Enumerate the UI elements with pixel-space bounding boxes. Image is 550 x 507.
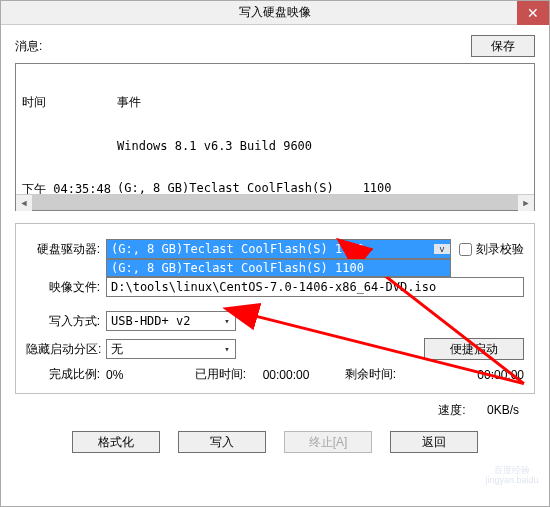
close-button[interactable]: ✕ <box>517 1 549 25</box>
messages-label: 消息: <box>15 38 471 55</box>
chevron-down-icon: ▾ <box>219 316 235 326</box>
log-row: 下午 04:35:48 (G:, 8 GB)Teclast CoolFlash(… <box>22 181 528 194</box>
elapsed-value: 00:00:00 <box>246 368 326 382</box>
write-mode-label: 写入方式: <box>26 313 106 330</box>
elapsed-label: 已用时间: <box>176 366 246 383</box>
done-label: 完成比例: <box>26 366 106 383</box>
back-button[interactable]: 返回 <box>390 431 478 453</box>
hide-boot-combo[interactable]: 无 ▾ <box>106 339 236 359</box>
drive-combo-list[interactable]: (G:, 8 GB)Teclast CoolFlash(S) 1100 <box>106 259 451 277</box>
speed-value: 0KB/s <box>469 403 519 417</box>
log-panel[interactable]: 时间 事件 Windows 8.1 v6.3 Build 9600 下午 04:… <box>15 63 535 211</box>
settings-group: 硬盘驱动器: (G:, 8 GB)Teclast CoolFlash(S) 11… <box>15 223 535 394</box>
chevron-down-icon: v <box>434 244 450 254</box>
log-row: Windows 8.1 v6.3 Build 9600 <box>22 139 528 153</box>
format-button[interactable]: 格式化 <box>72 431 160 453</box>
image-label: 映像文件: <box>26 279 106 296</box>
window-title: 写入硬盘映像 <box>239 4 311 21</box>
remain-label: 剩余时间: <box>326 366 396 383</box>
remain-value: 00:00:00 <box>396 368 524 382</box>
abort-button[interactable]: 终止[A] <box>284 431 372 453</box>
speed-label: 速度: <box>438 403 465 417</box>
close-icon: ✕ <box>527 6 539 20</box>
watermark: 百度经验jingyan.baidu <box>481 466 543 502</box>
log-col-time: 时间 <box>22 94 117 111</box>
drive-label: 硬盘驱动器: <box>26 241 106 258</box>
verify-checkbox[interactable]: 刻录校验 <box>459 241 524 258</box>
scroll-right-icon[interactable]: ► <box>518 195 534 211</box>
log-col-event: 事件 <box>117 94 141 111</box>
scroll-left-icon[interactable]: ◄ <box>16 195 32 211</box>
chevron-down-icon: ▾ <box>219 344 235 354</box>
image-file-input[interactable] <box>106 277 524 297</box>
save-button[interactable]: 保存 <box>471 35 535 57</box>
quick-boot-button[interactable]: 便捷启动 <box>424 338 524 360</box>
hide-boot-label: 隐藏启动分区: <box>26 341 106 358</box>
drive-combo[interactable]: (G:, 8 GB)Teclast CoolFlash(S) 1100 v (G… <box>106 239 451 259</box>
write-mode-combo[interactable]: USB-HDD+ v2 ▾ <box>106 311 236 331</box>
write-button[interactable]: 写入 <box>178 431 266 453</box>
titlebar: 写入硬盘映像 ✕ <box>1 1 549 25</box>
h-scrollbar[interactable]: ◄ ► <box>16 194 534 210</box>
done-value: 0% <box>106 368 176 382</box>
scroll-thumb[interactable] <box>32 195 518 210</box>
